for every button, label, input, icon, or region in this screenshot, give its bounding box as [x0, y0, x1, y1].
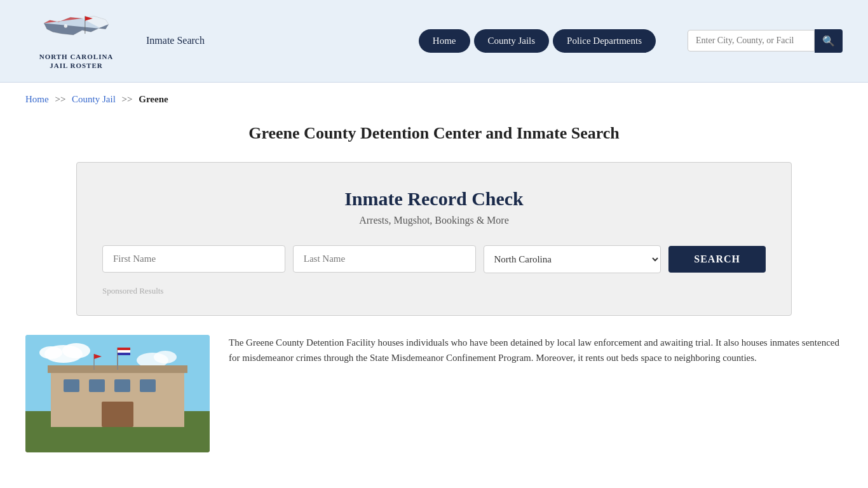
svg-rect-25: [118, 350, 130, 353]
record-check-subtitle: Arrests, Mugshot, Bookings & More: [102, 215, 766, 226]
svg-rect-18: [89, 379, 105, 392]
svg-rect-26: [118, 353, 130, 355]
record-check-title: Inmate Record Check: [102, 188, 766, 210]
breadcrumb-home-link[interactable]: Home: [25, 94, 49, 104]
last-name-input[interactable]: [293, 245, 476, 273]
first-name-input[interactable]: [102, 245, 285, 273]
facility-image: [25, 335, 210, 452]
svg-rect-24: [118, 348, 130, 350]
svg-rect-19: [114, 379, 130, 392]
logo-text: NORTH CAROLINAJAIL ROSTER: [39, 52, 114, 71]
bottom-section: The Greene County Detention Facility hou…: [25, 335, 843, 452]
svg-rect-21: [102, 402, 133, 427]
breadcrumb-sep2: >>: [122, 94, 133, 104]
main-nav: Home County Jails Police Departments: [419, 29, 656, 53]
state-select[interactable]: North Carolina: [484, 245, 661, 273]
breadcrumb: Home >> County Jail >> Greene: [0, 83, 868, 111]
page-title: Greene County Detention Center and Inmat…: [25, 124, 843, 143]
nav-home-button[interactable]: Home: [419, 29, 470, 53]
header-search-input[interactable]: [688, 30, 815, 51]
sponsored-results-label: Sponsored Results: [102, 286, 766, 296]
facility-description: The Greene County Detention Facility hou…: [229, 335, 843, 367]
inmate-search-link[interactable]: Inmate Search: [146, 35, 205, 46]
nav-police-departments-button[interactable]: Police Departments: [553, 29, 656, 53]
svg-point-13: [154, 351, 177, 363]
svg-point-11: [39, 346, 62, 359]
facility-building-svg: [25, 335, 210, 452]
nav-county-jails-button[interactable]: County Jails: [474, 29, 550, 53]
svg-point-10: [62, 343, 90, 358]
svg-rect-20: [140, 379, 156, 392]
nc-state-logo: [38, 11, 114, 50]
logo-area: NORTH CAROLINAJAIL ROSTER: [25, 11, 127, 71]
svg-point-5: [64, 24, 68, 28]
svg-rect-17: [64, 379, 79, 392]
breadcrumb-county-jail-link[interactable]: County Jail: [72, 94, 116, 104]
breadcrumb-current: Greene: [139, 94, 168, 104]
inmate-search-button[interactable]: SEARCH: [668, 246, 766, 273]
inmate-search-form: North Carolina SEARCH: [102, 245, 766, 273]
search-icon: 🔍: [822, 36, 835, 46]
header-search-area: 🔍: [688, 29, 843, 53]
breadcrumb-sep1: >>: [55, 94, 65, 104]
record-check-box: Inmate Record Check Arrests, Mugshot, Bo…: [76, 162, 792, 316]
site-header: NORTH CAROLINAJAIL ROSTER Inmate Search …: [0, 0, 868, 83]
header-search-button[interactable]: 🔍: [815, 29, 843, 53]
